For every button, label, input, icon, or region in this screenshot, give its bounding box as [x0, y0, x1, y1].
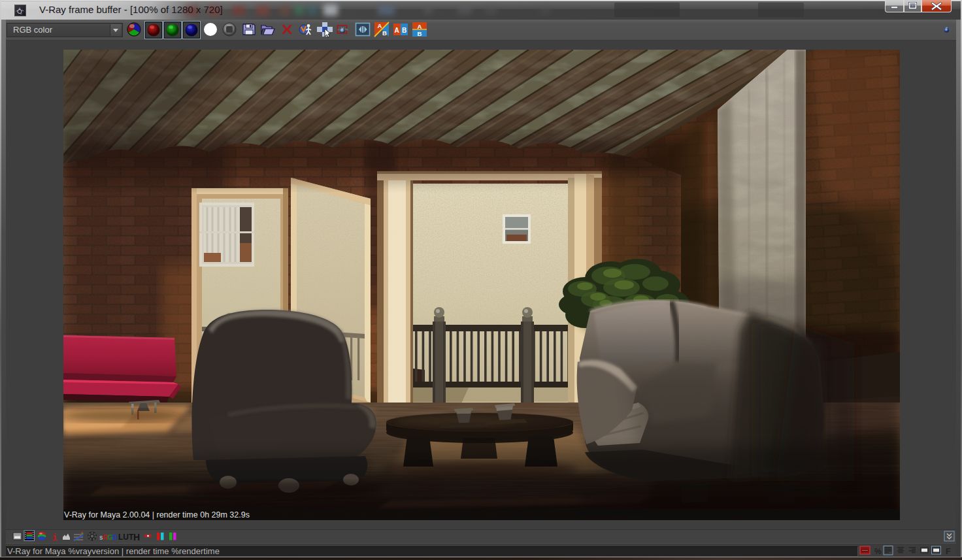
- svg-text:B: B: [418, 30, 422, 37]
- svg-text:A: A: [395, 27, 399, 34]
- svg-text:LUT: LUT: [118, 533, 134, 542]
- svg-text:A: A: [418, 23, 422, 30]
- svg-text:B: B: [382, 29, 387, 37]
- svg-text:%: %: [874, 547, 882, 556]
- svg-text:F: F: [946, 546, 951, 556]
- svg-text:i: i: [52, 533, 58, 544]
- svg-text:B: B: [402, 27, 406, 34]
- svg-text:H: H: [133, 532, 140, 542]
- svg-text:B: B: [112, 534, 117, 541]
- svg-text:A: A: [378, 22, 382, 29]
